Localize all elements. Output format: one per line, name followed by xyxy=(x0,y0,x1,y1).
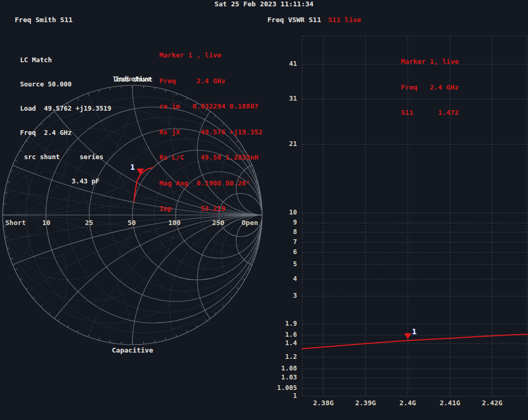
capacitive-region-label: Capacitive xyxy=(112,346,153,354)
vswr-y-tick-41: 41 xyxy=(265,60,297,67)
smith-axis-label-short: Short xyxy=(5,219,26,227)
inductive-region-label: Inductive xyxy=(115,75,151,83)
smith-axis-label-25: 25 xyxy=(85,219,93,227)
smith-marker-readout: Marker 1 , live Freq 2.4 GHz re im 0.032… xyxy=(159,35,263,230)
vswr-x-tick-2.4G: 2.4G xyxy=(389,399,426,407)
readout-line: Mag Ang 0.1908 80.26° xyxy=(159,179,263,189)
lc-match-readout: LC Match Source 50.000 Load 49.5762 +j19… xyxy=(20,40,111,201)
lc-match-source: Source 50.000 xyxy=(20,80,111,89)
vswr-y-tick-7: 7 xyxy=(265,238,297,246)
vswr-s11-trace[interactable] xyxy=(302,334,527,349)
vswr-marker-1-triangle[interactable] xyxy=(404,333,411,339)
readout-line: Imp 53.219 xyxy=(159,204,263,214)
readout-line: Freq 2.4 GHz xyxy=(401,83,459,93)
readout-line: Rs jX 49.576 +j19.352 xyxy=(159,128,263,138)
vswr-y-tick-5: 5 xyxy=(265,260,297,268)
s11-live-trace-button[interactable]: S11 live xyxy=(328,16,361,24)
vswr-marker-1-label[interactable]: 1 xyxy=(412,327,416,336)
lc-match-freq: Freq 2.4 GHz xyxy=(20,129,111,137)
readout-line: Marker 1 , live xyxy=(159,51,263,61)
vswr-y-tick-6: 6 xyxy=(265,248,297,256)
lc-match-series-value: 3.43 pF xyxy=(20,177,111,185)
datetime-label: Sat 25 Feb 2023 11:11:34 xyxy=(0,0,528,8)
lc-match-title: LC Match xyxy=(20,56,111,64)
vswr-x-tick-2.39G: 2.39G xyxy=(347,399,384,407)
smith-marker-1-label[interactable]: 1 xyxy=(130,163,135,171)
vswr-y-tick-3: 3 xyxy=(265,291,297,299)
vswr-y-tick-1.2: 1.2 xyxy=(265,353,297,360)
lc-match-load: Load 49.5762 +j19.3519 xyxy=(20,104,111,113)
lc-match-columns: src shunt series xyxy=(20,153,111,161)
readout-line: Rs L/C 49.58 1.2833nH xyxy=(159,153,263,163)
smith-axis-label-100: 100 xyxy=(168,219,180,227)
vswr-y-tick-1: 1 xyxy=(265,392,297,399)
vswr-x-tick-2.41G: 2.41G xyxy=(431,399,468,407)
readout-line: Freq 2.4 GHz xyxy=(159,76,263,86)
vswr-y-tick-1.6: 1.6 xyxy=(265,330,297,338)
smith-axis-label-250: 250 xyxy=(212,219,224,227)
vswr-y-tick-31: 31 xyxy=(265,94,297,102)
smith-axis-label-open: Open xyxy=(242,219,258,227)
readout-line: S11 1.472 xyxy=(401,108,459,118)
app-window: Sat 25 Feb 2023 11:11:34 Freq Smith S11 … xyxy=(0,0,528,420)
vswr-y-tick-8: 8 xyxy=(265,228,297,236)
smith-chart-title-button[interactable]: Freq Smith S11 xyxy=(15,16,73,24)
vswr-y-tick-10: 10 xyxy=(265,208,297,216)
smith-s11-trace[interactable] xyxy=(134,168,153,201)
vswr-x-tick-2.42G: 2.42G xyxy=(474,399,511,407)
vswr-y-tick-9: 9 xyxy=(265,218,297,226)
vswr-y-tick-21: 21 xyxy=(265,140,297,148)
readout-line: Marker 1, live xyxy=(401,57,459,67)
vswr-y-tick-1.4: 1.4 xyxy=(265,339,297,347)
vswr-y-tick-1.9: 1.9 xyxy=(265,319,297,327)
vswr-marker-readout: Marker 1, live Freq 2.4 GHz S11 1.472 xyxy=(401,41,459,134)
vswr-y-tick-1.08: 1.08 xyxy=(265,364,297,372)
vswr-chart-title-button[interactable]: Freq VSWR S11 xyxy=(267,16,321,24)
smith-axis-label-50: 50 xyxy=(128,219,136,227)
vswr-y-tick-1.005: 1.005 xyxy=(265,384,297,392)
vswr-x-tick-2.38G: 2.38G xyxy=(305,399,342,407)
smith-marker-1-triangle[interactable] xyxy=(137,169,144,174)
smith-axis-label-10: 10 xyxy=(42,219,51,227)
readout-line: re im 0.032294 0.18807 xyxy=(159,102,263,112)
vswr-y-tick-4: 4 xyxy=(265,275,297,282)
vswr-y-tick-1.03: 1.03 xyxy=(265,373,297,381)
